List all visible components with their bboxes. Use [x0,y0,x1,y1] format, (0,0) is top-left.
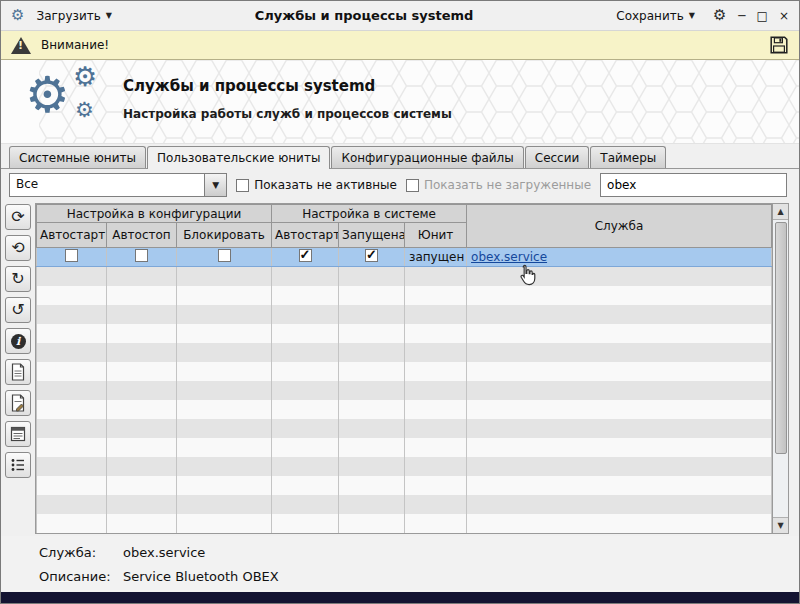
tab-sessions[interactable]: Сессии [525,146,590,168]
show-inactive-checkbox[interactable] [236,179,249,192]
undo-icon: ↺ [11,302,24,318]
warning-text: Внимание! [41,38,109,52]
tab-system-units[interactable]: Системные юниты [9,146,146,168]
empty-row [37,267,772,286]
column-header-service[interactable]: Служба [467,205,772,248]
show-inactive-checkbox-label[interactable]: Показать не активные [236,178,397,192]
empty-row [37,305,772,324]
row-checkbox[interactable] [218,249,231,262]
units-table: Настройка в конфигурации Настройка в сис… [35,203,773,534]
side-toolbar: ⟳ ⟲ ↻ ↺ i [5,203,35,534]
column-header-unit[interactable]: Юнит [405,223,467,248]
scope-dropdown-value: Все [10,174,204,196]
chevron-down-icon: ▼ [689,11,695,20]
settings-gear-icon[interactable]: ⚙ [713,8,726,23]
main-area: ⟳ ⟲ ↻ ↺ i [1,201,799,536]
table-body: запущенobex.service [37,248,772,533]
column-header-block[interactable]: Блокировать [177,223,272,248]
tab-bar: Системные юниты Пользовательские юниты К… [1,144,799,169]
service-cell: obex.service [467,248,772,267]
show-unloaded-checkbox[interactable] [406,179,419,192]
journal-button[interactable] [5,421,31,447]
empty-row [37,400,772,419]
edit-unit-file-icon [10,394,26,412]
row-checkbox[interactable] [135,249,148,262]
unit-file-button[interactable] [5,359,31,385]
dependencies-button[interactable] [5,452,31,478]
info-icon: i [11,334,26,349]
app-header: ⚙ ⚙ ⚙ Службы и процессы systemd Настройк… [1,60,799,144]
page-title: Службы и процессы systemd [123,77,452,95]
column-header-autostart-config[interactable]: Автостарт [37,223,107,248]
unit-status-cell: запущен [405,248,467,267]
titlebar: ⚙ Загрузить ▼ Службы и процессы systemd … [1,1,799,31]
service-label: Служба: [39,545,123,560]
scope-dropdown[interactable]: Все ▼ [9,173,227,197]
unit-info-button[interactable]: i [5,328,31,354]
row-checkbox[interactable] [365,249,378,262]
service-value: obex.service [123,545,205,560]
maximize-button[interactable]: □ [757,10,768,22]
column-header-autostart-system[interactable]: Автостарт [272,223,339,248]
chevron-down-icon: ▼ [106,11,112,20]
empty-row [37,419,772,438]
row-checkbox-cell [37,248,107,267]
undo-button[interactable]: ↺ [5,297,31,323]
empty-row [37,324,772,343]
refresh-button[interactable]: ⟳ [5,204,31,230]
scrollbar-thumb[interactable] [775,222,787,454]
daemon-reload-icon: ⟲ [11,240,24,256]
empty-row [37,457,772,476]
load-menu-button[interactable]: Загрузить ▼ [30,6,117,26]
column-group-config: Настройка в конфигурации [37,205,272,223]
row-checkbox[interactable] [299,249,312,262]
save-menu-button[interactable]: Сохранить ▼ [610,6,701,26]
journal-icon [10,426,26,442]
empty-row [37,438,772,457]
empty-row [37,286,772,305]
scroll-up-icon[interactable]: ▲ [773,204,788,220]
table-row[interactable]: запущенobex.service [37,248,772,267]
empty-row [37,343,772,362]
column-header-autostop[interactable]: Автостоп [107,223,177,248]
empty-row [37,362,772,381]
tab-config-files[interactable]: Конфигурационные файлы [331,146,523,168]
column-group-system: Настройка в системе [272,205,467,223]
save-disk-icon[interactable] [769,35,789,55]
warning-icon: ! [11,37,31,54]
window-controls: ─ □ × [738,10,789,22]
vertical-scrollbar[interactable]: ▲ ▼ [773,203,789,534]
daemon-reload-button[interactable]: ⟲ [5,235,31,261]
warning-banner: ! Внимание! [1,31,799,60]
window-title: Службы и процессы systemd [124,8,604,23]
details-panel: Служба: obex.service Описание: Service B… [1,536,799,592]
scroll-down-icon[interactable]: ▼ [773,517,788,533]
app-window: ⚙ Загрузить ▼ Службы и процессы systemd … [0,0,800,604]
refresh-icon: ⟳ [11,209,24,225]
app-logo-gears-icon: ⚙ ⚙ ⚙ [25,66,117,138]
restart-unit-button[interactable]: ↻ [5,266,31,292]
restart-icon: ↻ [11,271,24,287]
empty-row [37,495,772,514]
tab-timers[interactable]: Таймеры [590,146,666,168]
header-text: Службы и процессы systemd Настройка рабо… [123,77,452,121]
row-checkbox-cell [272,248,339,267]
close-button[interactable]: × [779,10,789,22]
row-checkbox-cell [177,248,272,267]
load-menu-label: Загрузить [36,9,100,23]
minimize-button[interactable]: ─ [738,10,745,22]
dropdown-arrow-icon[interactable]: ▼ [204,174,226,196]
search-input[interactable] [600,173,787,197]
row-checkbox[interactable] [65,249,78,262]
filter-bar: Все ▼ Показать не активные Показать не з… [1,169,799,201]
edit-unit-file-button[interactable] [5,390,31,416]
page-subtitle: Настройка работы служб и процессов систе… [123,107,452,121]
service-link[interactable]: obex.service [471,250,547,264]
column-header-running[interactable]: Запущена [339,223,405,248]
unit-file-icon [10,363,26,381]
description-value: Service Bluetooth OBEX [123,569,279,584]
show-unloaded-checkbox-label[interactable]: Показать не загруженные [406,178,591,192]
window-bottom-edge [1,592,799,604]
tab-user-units[interactable]: Пользовательские юниты [147,146,330,169]
empty-row [37,381,772,400]
